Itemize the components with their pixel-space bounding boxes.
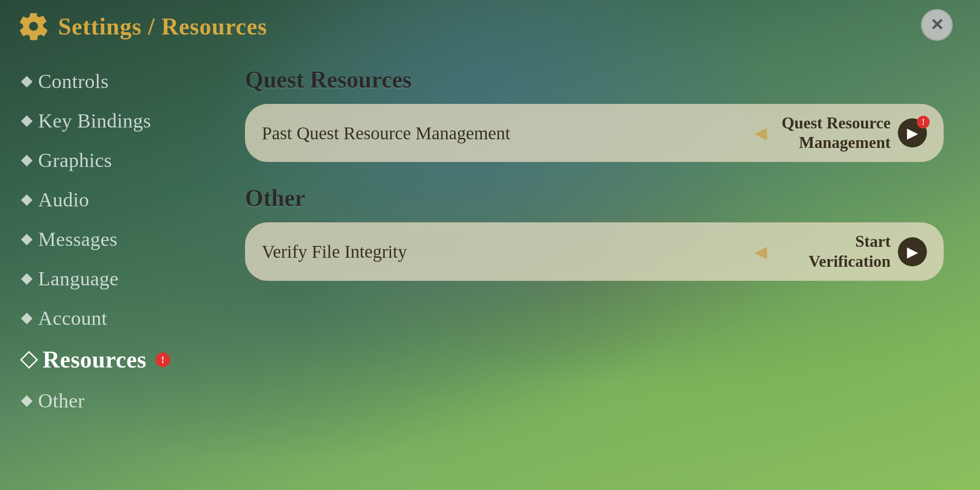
sidebar-label-account: Account — [38, 307, 108, 330]
verify-file-row[interactable]: Verify File Integrity ◀ Start Verificati… — [245, 222, 944, 280]
verify-go-button[interactable]: ▶ — [898, 237, 927, 266]
go-arrow-quest: ▶ — [907, 124, 918, 142]
settings-panel: Settings / Resources ✕ Controls Key Bind… — [0, 0, 980, 490]
sidebar-item-audio[interactable]: Audio — [18, 180, 209, 220]
diamond-icon-key-bindings — [21, 115, 32, 127]
sidebar-item-account[interactable]: Account — [18, 299, 209, 338]
diamond-icon-other — [21, 395, 32, 407]
main-layout: Controls Key Bindings Graphics Audio Mes… — [0, 53, 980, 490]
diamond-icon-language — [21, 273, 32, 284]
diamond-icon-graphics — [21, 155, 32, 166]
verify-right: ◀ Start Verification ▶ — [755, 232, 927, 271]
sidebar: Controls Key Bindings Graphics Audio Mes… — [18, 53, 209, 472]
sidebar-label-key-bindings: Key Bindings — [38, 109, 151, 132]
sidebar-item-messages[interactable]: Messages — [18, 220, 209, 259]
past-quest-resource-row[interactable]: Past Quest Resource Management ◀ Quest R… — [245, 104, 944, 162]
diamond-icon-resources — [20, 351, 38, 369]
arrow-area-verify: ◀ Start Verification — [755, 232, 891, 271]
close-button[interactable]: ✕ — [921, 9, 953, 41]
quest-action-value: Quest Resource Management — [773, 113, 891, 152]
content-area: Quest Resources Past Quest Resource Mana… — [227, 53, 962, 472]
sidebar-item-language[interactable]: Language — [18, 259, 209, 299]
go-arrow-verify: ▶ — [907, 243, 918, 260]
verify-action-value: Start Verification — [773, 232, 891, 271]
quest-go-badge: ! — [917, 116, 930, 128]
diamond-icon-messages — [21, 234, 32, 245]
diamond-icon-controls — [21, 76, 32, 87]
go-btn-wrap-quest: ▶ ! — [898, 118, 927, 147]
sidebar-item-resources[interactable]: Resources ! — [18, 338, 209, 381]
quest-resources-section: Quest Resources Past Quest Resource Mana… — [245, 66, 944, 162]
other-section: Other Verify File Integrity ◀ Start Veri… — [245, 185, 944, 280]
header-title: Settings / Resources — [58, 13, 267, 40]
go-btn-wrap-verify: ▶ — [898, 237, 927, 266]
section-title-quest-resources: Quest Resources — [245, 66, 944, 93]
gear-icon — [18, 11, 49, 42]
sidebar-label-graphics: Graphics — [38, 149, 112, 172]
sidebar-item-controls[interactable]: Controls — [18, 62, 209, 101]
arrow-area-quest: ◀ Quest Resource Management — [755, 113, 891, 152]
sidebar-label-resources: Resources — [43, 346, 147, 373]
past-quest-label: Past Quest Resource Management — [262, 122, 755, 144]
sidebar-item-key-bindings[interactable]: Key Bindings — [18, 101, 209, 141]
sidebar-label-messages: Messages — [38, 228, 118, 251]
sidebar-label-language: Language — [38, 267, 118, 290]
header: Settings / Resources — [0, 0, 980, 53]
past-quest-right: ◀ Quest Resource Management ▶ ! — [755, 113, 927, 152]
diamond-icon-audio — [21, 194, 32, 206]
diamond-icon-account — [21, 313, 32, 324]
sidebar-label-other: Other — [38, 389, 85, 412]
sidebar-item-graphics[interactable]: Graphics — [18, 141, 209, 180]
sidebar-label-audio: Audio — [38, 188, 89, 211]
arrow-left-quest: ◀ — [755, 123, 767, 142]
verify-label: Verify File Integrity — [262, 241, 755, 262]
section-gap — [245, 171, 944, 185]
close-icon: ✕ — [930, 15, 944, 34]
resources-badge: ! — [156, 353, 170, 367]
section-title-other: Other — [245, 185, 944, 211]
sidebar-item-other[interactable]: Other — [18, 381, 209, 421]
sidebar-label-controls: Controls — [38, 70, 109, 93]
arrow-left-verify: ◀ — [755, 242, 767, 261]
